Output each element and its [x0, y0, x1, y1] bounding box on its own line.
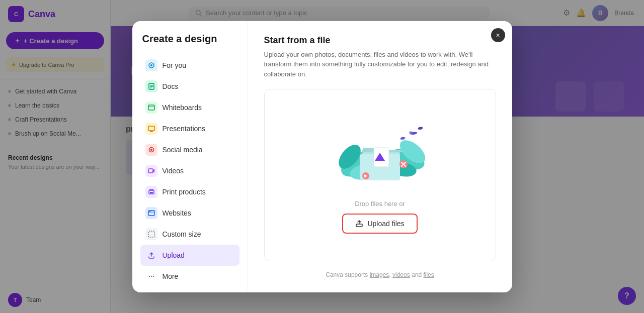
create-design-modal: × Create a design For you Docs: [132, 21, 512, 292]
social-media-icon: [145, 144, 157, 156]
menu-item-presentations[interactable]: Presentations: [140, 118, 239, 139]
svg-point-25: [152, 275, 153, 276]
svg-rect-12: [148, 126, 154, 131]
print-products-icon: [145, 186, 157, 198]
menu-item-upload-label: Upload: [163, 251, 185, 259]
whiteboards-icon: [145, 101, 157, 114]
modal-left-panel: Create a design For you Docs Whiteboards: [132, 21, 248, 292]
modal-overlay: × Create a design For you Docs: [0, 0, 644, 313]
menu-item-for-you-label: For you: [163, 61, 186, 69]
drop-text: Drop files here or: [355, 200, 405, 207]
menu-item-presentations-label: Presentations: [163, 125, 206, 133]
menu-item-social-media[interactable]: Social media: [140, 139, 239, 160]
modal-right-panel: Start from a file Upload your own photos…: [248, 21, 512, 292]
more-icon: [145, 270, 157, 282]
svg-point-5: [150, 64, 152, 66]
svg-rect-10: [148, 105, 154, 110]
menu-item-social-media-label: Social media: [163, 146, 203, 154]
right-panel-title: Start from a file: [264, 35, 496, 46]
menu-item-docs-label: Docs: [163, 82, 179, 90]
menu-item-docs[interactable]: Docs: [140, 76, 239, 97]
right-panel-description: Upload your own photos, documents, files…: [264, 50, 496, 79]
close-icon: ×: [496, 31, 500, 39]
upload-icon: [145, 249, 157, 261]
websites-icon: [145, 207, 157, 219]
supports-files-link[interactable]: files: [423, 271, 434, 278]
upload-files-label: Upload files: [367, 220, 404, 228]
menu-item-videos[interactable]: Videos: [140, 160, 239, 181]
supports-videos-link[interactable]: videos: [392, 271, 410, 278]
menu-item-upload[interactable]: Upload: [140, 245, 239, 266]
menu-item-whiteboards-label: Whiteboards: [163, 103, 202, 112]
supports-label: Canva supports: [326, 271, 368, 278]
supports-text: Canva supports images, videos and files: [264, 271, 496, 278]
menu-item-for-you[interactable]: For you: [140, 55, 239, 76]
menu-item-print-products[interactable]: Print products: [140, 181, 239, 202]
supports-and: and: [412, 271, 422, 278]
upload-button-icon: [355, 220, 363, 228]
svg-rect-22: [148, 231, 154, 237]
custom-size-icon: [145, 228, 157, 240]
upload-files-button[interactable]: Upload files: [342, 214, 417, 234]
menu-item-videos-label: Videos: [163, 167, 184, 175]
supports-images-link[interactable]: images: [370, 271, 389, 278]
docs-icon: [145, 80, 157, 92]
upload-illustration: [330, 117, 430, 192]
presentations-icon: [145, 123, 157, 135]
menu-item-custom-size-label: Custom size: [163, 230, 201, 238]
menu-item-websites-label: Websites: [163, 209, 191, 217]
svg-rect-15: [148, 169, 153, 173]
menu-item-custom-size[interactable]: Custom size: [140, 224, 239, 245]
upload-drop-area[interactable]: Drop files here or Upload files: [264, 89, 496, 261]
menu-item-websites[interactable]: Websites: [140, 202, 239, 224]
videos-icon: [145, 165, 157, 177]
modal-close-button[interactable]: ×: [491, 28, 505, 42]
modal-title: Create a design: [140, 33, 239, 45]
svg-point-24: [150, 275, 151, 276]
svg-point-21: [150, 211, 151, 212]
menu-item-more-label: More: [163, 272, 179, 280]
menu-item-whiteboards[interactable]: Whiteboards: [140, 97, 239, 118]
menu-item-print-products-label: Print products: [163, 188, 206, 196]
menu-item-more[interactable]: More: [140, 266, 239, 287]
svg-point-23: [148, 275, 149, 276]
svg-rect-17: [150, 192, 153, 193]
svg-point-20: [149, 211, 150, 212]
svg-rect-39: [356, 224, 362, 227]
for-you-icon: [145, 59, 157, 71]
